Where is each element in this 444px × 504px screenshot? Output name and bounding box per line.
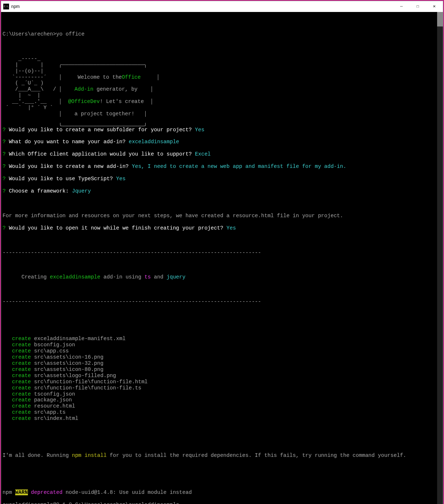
prompt-q: ? Which Office client application would …: [3, 151, 443, 157]
create-item: create src\assets\icon-80.png: [3, 367, 443, 373]
npm-warn-line: npm WARN deprecated node-uuid@1.4.8: Use…: [3, 489, 443, 496]
create-item: create package.json: [3, 397, 443, 403]
close-button[interactable]: ✕: [426, 1, 442, 12]
create-item: create src\app.ts: [3, 409, 443, 416]
prompt-q: ? Would you like to open it now while we…: [3, 225, 443, 231]
prompt-line: C:\Users\arechen>yo office: [3, 31, 443, 37]
create-item: create src\app.css: [3, 348, 443, 354]
create-item: create src\assets\icon-32.png: [3, 360, 443, 367]
divider: ----------------------------------------…: [3, 250, 443, 256]
app-icon: C:\: [3, 4, 9, 9]
creating-line: Creating exceladdinsample add-in using t…: [3, 274, 443, 280]
create-item: create bsconfig.json: [3, 342, 443, 348]
prompt-q: ? What do you want to name your add-in? …: [3, 139, 443, 145]
create-list: create exceladdinsample-manifest.xml cre…: [3, 336, 443, 422]
info-text: For more information and resources on yo…: [3, 213, 443, 219]
minimize-button[interactable]: ─: [393, 1, 410, 12]
create-item: create tsconfig.json: [3, 391, 443, 397]
divider: ----------------------------------------…: [3, 299, 443, 305]
maximize-button[interactable]: □: [410, 1, 426, 12]
create-item: create src\function-file\function-file.t…: [3, 385, 443, 391]
create-item: create src\index.html: [3, 416, 443, 422]
prompt-q: ? Would you like to use TypeScript? Yes: [3, 176, 443, 182]
scrollbar-thumb[interactable]: [437, 12, 443, 26]
create-item: create src\assets\icon-16.png: [3, 354, 443, 360]
app-window: C:\ npm ─ □ ✕ C:\Users\arechen>yo office…: [1, 1, 443, 504]
prompt-q: ? Would you like to create a new add-in?…: [3, 164, 443, 170]
yeoman-banner: _-----_ | | |--(o)--| `---------´ ( _´U`…: [3, 56, 443, 108]
prompt-q: ? Choose a framework: Jquery: [3, 188, 443, 194]
terminal[interactable]: C:\Users\arechen>yo office _-----_ | | |…: [1, 12, 443, 504]
titlebar[interactable]: C:\ npm ─ □ ✕: [1, 1, 443, 12]
create-item: create src\assets\logo-filled.png: [3, 373, 443, 379]
create-item: create resource.html: [3, 403, 443, 409]
create-item: create exceladdinsample-manifest.xml: [3, 336, 443, 342]
create-item: create src\function-file\function-file.h…: [3, 379, 443, 385]
done-line: I'm all done. Running npm install for yo…: [3, 453, 443, 459]
install-root: exceladdinsample@0.1.0 C:\Users\arechen\…: [3, 502, 443, 504]
window-title: npm: [11, 4, 20, 9]
